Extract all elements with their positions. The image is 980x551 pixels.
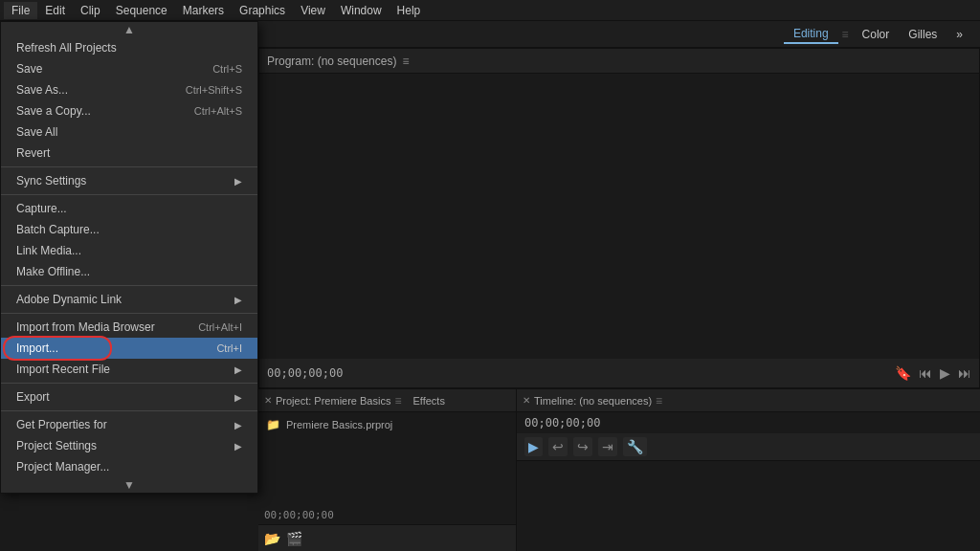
- workspace-color[interactable]: Color: [853, 26, 900, 43]
- menu-dynamic-link[interactable]: Adobe Dynamic Link ▶: [1, 289, 257, 310]
- menu-get-properties[interactable]: Get Properties for ▶: [1, 414, 257, 435]
- menu-save-as[interactable]: Save As... Ctrl+Shift+S: [1, 79, 257, 100]
- workspace-expand[interactable]: »: [947, 26, 972, 43]
- timeline-title: Timeline: (no sequences): [534, 395, 652, 407]
- program-monitor-header: Program: (no sequences) ≡: [259, 49, 979, 74]
- project-panel-title: Project: Premiere Basics: [276, 395, 390, 407]
- program-monitor-menu-icon[interactable]: ≡: [402, 55, 409, 68]
- project-timecode-value: 00;00;00;00: [264, 509, 334, 521]
- menu-sequence[interactable]: Sequence: [108, 2, 175, 19]
- project-filename: Premiere Basics.prproj: [286, 419, 392, 430]
- dropdown-scroll-down[interactable]: ▼: [1, 477, 257, 493]
- timeline-wrench-icon[interactable]: 🔧: [623, 437, 647, 456]
- menu-file[interactable]: File: [4, 2, 37, 19]
- marker-in-icon[interactable]: 🔖: [895, 365, 911, 381]
- left-panel: ▲ Refresh All Projects Save Ctrl+S Save …: [0, 21, 258, 551]
- menu-project-settings[interactable]: Project Settings ▶: [1, 435, 257, 456]
- menu-graphics[interactable]: Graphics: [232, 2, 293, 19]
- new-item-icon[interactable]: 🎬: [286, 531, 302, 546]
- bottom-area: ✕ Project: Premiere Basics ≡ Effects 📁 P…: [258, 388, 980, 551]
- project-panel-header: ✕ Project: Premiere Basics ≡ Effects: [258, 389, 516, 412]
- menu-save-copy[interactable]: Save a Copy... Ctrl+Alt+S: [1, 100, 257, 121]
- project-panel-close[interactable]: ✕: [264, 395, 272, 406]
- menu-import[interactable]: Import... Ctrl+I: [1, 338, 257, 359]
- menu-window[interactable]: Window: [333, 2, 390, 19]
- menu-make-offline[interactable]: Make Offline...: [1, 261, 257, 282]
- program-monitor-title: Program: (no sequences): [267, 55, 396, 68]
- program-monitor-footer: 00;00;00;00 🔖 ⏮ ▶ ⏭: [259, 359, 979, 387]
- timeline-close[interactable]: ✕: [523, 395, 530, 406]
- menu-project-manager[interactable]: Project Manager...: [1, 456, 257, 477]
- project-panel: ✕ Project: Premiere Basics ≡ Effects 📁 P…: [258, 389, 517, 551]
- scroll-up-icon: ▲: [123, 23, 135, 36]
- sep-1: [1, 166, 257, 167]
- timeline-timecode: 00;00;00;00: [517, 412, 980, 433]
- timeline-header: ✕ Timeline: (no sequences) ≡: [517, 389, 980, 412]
- workspace-sep-icon: ≡: [842, 28, 849, 41]
- program-monitor-timecode: 00;00;00;00: [267, 366, 343, 380]
- menu-capture[interactable]: Capture...: [1, 198, 257, 219]
- prproj-icon: 📁: [266, 418, 280, 431]
- timeline-panel: ✕ Timeline: (no sequences) ≡ 00;00;00;00…: [517, 389, 980, 551]
- timeline-tool1[interactable]: ↩: [548, 437, 568, 456]
- right-area: Editing ≡ Color Gilles » Program: (no se…: [258, 21, 980, 551]
- step-back-icon[interactable]: ⏮: [919, 365, 932, 381]
- menu-revert[interactable]: Revert: [1, 143, 257, 164]
- timeline-timecode-value: 00;00;00;00: [524, 416, 600, 430]
- menu-import-recent[interactable]: Import Recent File ▶: [1, 359, 257, 380]
- menu-refresh-all[interactable]: Refresh All Projects: [1, 37, 257, 58]
- menu-import-from-media-browser[interactable]: Import from Media Browser Ctrl+Alt+I: [1, 317, 257, 338]
- menu-export[interactable]: Export ▶: [1, 386, 257, 408]
- sep-4: [1, 313, 257, 314]
- menu-edit[interactable]: Edit: [37, 2, 73, 19]
- sep-3: [1, 285, 257, 286]
- main-layout: ▲ Refresh All Projects Save Ctrl+S Save …: [0, 21, 980, 551]
- menu-view[interactable]: View: [293, 2, 333, 19]
- menu-save-all[interactable]: Save All: [1, 121, 257, 143]
- menu-sync-settings[interactable]: Sync Settings ▶: [1, 170, 257, 191]
- timeline-play-icon[interactable]: ▶: [524, 437, 543, 456]
- sep-6: [1, 410, 257, 411]
- workspace-editing[interactable]: Editing: [784, 25, 838, 44]
- menu-help[interactable]: Help: [390, 2, 429, 19]
- step-forward-icon[interactable]: ⏭: [958, 365, 971, 381]
- play-icon[interactable]: ▶: [940, 365, 950, 381]
- menu-link-media[interactable]: Link Media...: [1, 240, 257, 261]
- sep-2: [1, 194, 257, 195]
- new-bin-icon[interactable]: 📂: [264, 531, 280, 546]
- dropdown-scroll-up[interactable]: ▲: [1, 22, 257, 37]
- project-panel-menu-icon[interactable]: ≡: [394, 394, 401, 408]
- scroll-down-icon: ▼: [123, 478, 135, 492]
- sep-5: [1, 383, 257, 384]
- timeline-tool3[interactable]: ⇥: [598, 437, 617, 456]
- timeline-menu-icon[interactable]: ≡: [656, 394, 662, 408]
- project-panel-toolbar: 📂 🎬: [258, 524, 516, 551]
- project-file-item[interactable]: 📁 Premiere Basics.prproj: [262, 416, 512, 433]
- workspace-bar: Editing ≡ Color Gilles »: [258, 21, 980, 48]
- menu-markers[interactable]: Markers: [175, 2, 232, 19]
- effects-tab[interactable]: Effects: [412, 395, 444, 407]
- program-monitor-content: [259, 74, 979, 359]
- menu-bar: File Edit Clip Sequence Markers Graphics…: [0, 0, 980, 21]
- program-monitor-controls: 🔖 ⏮ ▶ ⏭: [895, 365, 971, 381]
- project-content: 📁 Premiere Basics.prproj: [258, 412, 516, 505]
- timeline-toolbar: ▶ ↩ ↪ ⇥ 🔧: [517, 433, 980, 461]
- timeline-tool2[interactable]: ↪: [573, 437, 592, 456]
- menu-batch-capture[interactable]: Batch Capture...: [1, 219, 257, 240]
- file-dropdown-menu: ▲ Refresh All Projects Save Ctrl+S Save …: [0, 21, 258, 494]
- workspace-user[interactable]: Gilles: [899, 26, 947, 43]
- program-monitor: Program: (no sequences) ≡ 00;00;00;00 🔖 …: [258, 48, 980, 388]
- project-panel-timecode: 00;00;00;00: [258, 505, 516, 524]
- menu-clip[interactable]: Clip: [73, 2, 108, 19]
- menu-save[interactable]: Save Ctrl+S: [1, 58, 257, 79]
